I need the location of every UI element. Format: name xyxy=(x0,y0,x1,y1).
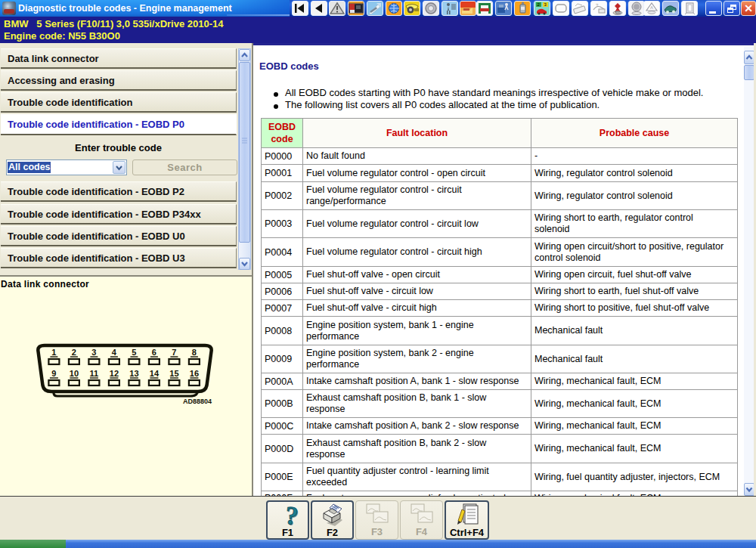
svg-text:3: 3 xyxy=(91,348,96,357)
svg-text:14: 14 xyxy=(150,369,160,378)
svg-text:13: 13 xyxy=(129,369,138,378)
svg-text:1: 1 xyxy=(51,348,56,357)
svg-text:AD88804: AD88804 xyxy=(183,398,212,405)
svg-text:10: 10 xyxy=(70,369,79,378)
svg-text:12: 12 xyxy=(110,369,119,378)
svg-text:15: 15 xyxy=(169,369,178,378)
svg-text:11: 11 xyxy=(90,369,99,378)
svg-text:500: 500 xyxy=(615,11,621,15)
svg-text:2: 2 xyxy=(72,348,76,357)
svg-text:?: ? xyxy=(284,503,299,527)
svg-text:8: 8 xyxy=(192,348,197,357)
svg-text:4: 4 xyxy=(112,348,117,357)
svg-text:16: 16 xyxy=(190,369,199,378)
svg-text:7: 7 xyxy=(172,348,176,357)
svg-text:5: 5 xyxy=(132,348,136,357)
svg-text:A: A xyxy=(650,5,653,10)
svg-text:6: 6 xyxy=(152,348,156,357)
svg-text:9: 9 xyxy=(51,369,56,378)
